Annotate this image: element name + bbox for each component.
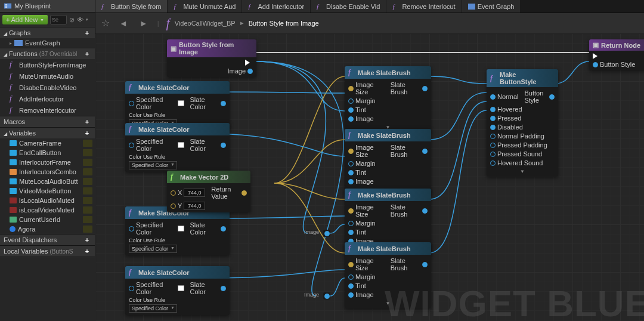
- favorite-icon[interactable]: ☆: [101, 17, 110, 29]
- tab[interactable]: fDisabe Enable Vid: [311, 0, 386, 13]
- nav-forward[interactable]: ►: [137, 18, 150, 28]
- input-pin[interactable]: [348, 274, 354, 280]
- tab[interactable]: fRemove Interlocut: [386, 0, 461, 13]
- section-graphs[interactable]: ◢ Graphs+: [0, 27, 95, 38]
- visibility-toggle[interactable]: [83, 159, 92, 166]
- reroute-node[interactable]: [323, 230, 330, 237]
- input-pin[interactable]: [129, 226, 134, 232]
- var-item[interactable]: CameraFrame: [0, 138, 95, 148]
- visibility-toggle[interactable]: [83, 140, 92, 147]
- x-in-pin[interactable]: [171, 190, 176, 196]
- fn-item-disable[interactable]: fDisabeEnableVideo: [0, 82, 95, 93]
- node-make-slatebrush[interactable]: fMake SlateBrush Image SizeSlate Brush M…: [345, 242, 431, 308]
- add-macro-icon[interactable]: +: [83, 118, 91, 125]
- breadcrumb[interactable]: f VideoCallWidget_BP ▸ Button Style from…: [166, 16, 319, 31]
- enum-dropdown[interactable]: Specified Color: [129, 304, 177, 313]
- input-pin[interactable]: [348, 170, 354, 175]
- input-pin[interactable]: [348, 161, 354, 166]
- node-make-slatecolor[interactable]: fMake SlateColor Specified ColorSlate Co…: [125, 266, 230, 315]
- node-function-entry[interactable]: ▣Button Style from Image Image: [167, 39, 256, 77]
- visibility-toggle[interactable]: [83, 226, 92, 233]
- visibility-toggle[interactable]: [83, 206, 92, 214]
- add-new-button[interactable]: +Add New▼: [2, 15, 48, 24]
- color-swatch[interactable]: [178, 142, 184, 148]
- section-event-dispatchers[interactable]: Event Dispatchers+: [0, 234, 95, 245]
- fn-item-mute[interactable]: fMuteUnmuteAudio: [0, 70, 95, 82]
- fn-item-addinterloc[interactable]: fAddInterlocutor: [0, 93, 95, 104]
- input-pin[interactable]: [348, 230, 354, 235]
- exec-out-pin[interactable]: [245, 60, 253, 66]
- section-local-vars[interactable]: Local Variables (ButtonS+: [0, 246, 95, 257]
- var-item[interactable]: MuteLocalAudioButt: [0, 177, 95, 186]
- node-make-slatebrush[interactable]: fMake SlateBrush Image SizeSlate Brush M…: [345, 66, 431, 132]
- sidebar-title-bar[interactable]: My Blueprint: [0, 0, 95, 13]
- var-item[interactable]: InterlocutorsCombo: [0, 167, 95, 177]
- input-pin[interactable]: [490, 160, 496, 166]
- breadcrumb-parent[interactable]: VideoCallWidget_BP: [175, 20, 236, 27]
- section-macros[interactable]: Macros+: [0, 116, 95, 127]
- input-pin[interactable]: [490, 94, 496, 100]
- var-item[interactable]: EndCallButton: [0, 148, 95, 158]
- input-pin[interactable]: [348, 292, 354, 298]
- tab[interactable]: fAdd Interlocutor: [242, 0, 310, 13]
- visibility-toggle[interactable]: [83, 197, 92, 204]
- section-variables[interactable]: ◢ Variables+: [0, 128, 95, 138]
- vector-out-pin[interactable]: [242, 190, 247, 196]
- node-make-vector2d[interactable]: fMake Vector 2D X744,0 Return Value Y744…: [167, 171, 250, 212]
- exec-in-pin[interactable]: [593, 53, 600, 59]
- visibility-toggle[interactable]: [83, 149, 92, 156]
- output-pin[interactable]: [221, 226, 226, 232]
- image-out-pin[interactable]: [247, 69, 253, 74]
- fn-item-removeinterloc[interactable]: fRemoveInterlocutor: [0, 104, 95, 116]
- enum-dropdown[interactable]: Specified Color: [129, 245, 177, 253]
- color-swatch[interactable]: [178, 226, 184, 232]
- input-pin[interactable]: [348, 221, 354, 226]
- search-input[interactable]: [50, 15, 67, 24]
- color-swatch[interactable]: [178, 285, 184, 291]
- output-pin[interactable]: [221, 101, 226, 106]
- tab[interactable]: fButton Style from: [95, 0, 167, 13]
- input-pin[interactable]: [490, 116, 496, 121]
- add-localvar-icon[interactable]: +: [83, 248, 91, 255]
- var-item[interactable]: Agora: [0, 224, 95, 234]
- input-pin[interactable]: [490, 107, 496, 112]
- visibility-toggle[interactable]: [83, 178, 92, 185]
- y-in-pin[interactable]: [171, 203, 176, 209]
- var-item[interactable]: CurrentUserId: [0, 215, 95, 224]
- nav-back[interactable]: ◄: [117, 18, 130, 28]
- graph-canvas[interactable]: ▣Button Style from Image Image ▣Return N…: [95, 33, 644, 321]
- node-return[interactable]: ▣Return Node Button Style: [589, 39, 644, 70]
- reroute-node[interactable]: [323, 292, 330, 300]
- x-input[interactable]: 744,0: [184, 189, 205, 197]
- section-functions[interactable]: ◢ Functions (37 Overridabl+: [0, 48, 95, 59]
- tab[interactable]: fMute Unmute Aud: [168, 0, 242, 13]
- expand-icon[interactable]: ▼: [490, 168, 555, 174]
- input-pin[interactable]: [129, 101, 134, 106]
- add-function-icon[interactable]: +: [83, 50, 91, 57]
- output-pin[interactable]: [422, 208, 428, 214]
- add-variable-icon[interactable]: +: [83, 129, 91, 137]
- enum-dropdown[interactable]: Specified Color: [129, 161, 177, 169]
- input-pin[interactable]: [348, 283, 354, 289]
- input-pin[interactable]: [348, 262, 354, 267]
- output-pin[interactable]: [549, 94, 555, 100]
- output-pin[interactable]: [221, 143, 226, 148]
- input-pin[interactable]: [348, 208, 354, 214]
- var-item[interactable]: InterlocutorFrame: [0, 158, 95, 167]
- input-pin[interactable]: [348, 98, 354, 104]
- visibility-toggle[interactable]: [83, 187, 92, 195]
- node-make-slatecolor[interactable]: fMake SlateColor Specified ColorSlate Co…: [125, 206, 230, 255]
- fn-item-buttonstyle[interactable]: fButtonStyleFromImage: [0, 59, 95, 70]
- visibility-toggle[interactable]: [83, 168, 92, 175]
- var-item[interactable]: VideoModeButton: [0, 186, 95, 196]
- output-pin[interactable]: [422, 86, 428, 91]
- graph-item-eventgraph[interactable]: ▸ EventGraph: [0, 38, 95, 48]
- input-pin[interactable]: [129, 286, 134, 291]
- var-item[interactable]: isLocalAudioMuted: [0, 196, 95, 205]
- input-pin[interactable]: [348, 107, 354, 113]
- search-clear-icon[interactable]: ⊘: [69, 16, 75, 24]
- node-make-slatecolor[interactable]: fMake SlateColor Specified ColorSlate Co…: [125, 123, 230, 172]
- input-pin[interactable]: [348, 149, 354, 154]
- output-pin[interactable]: [221, 286, 226, 291]
- add-dispatcher-icon[interactable]: +: [83, 236, 91, 243]
